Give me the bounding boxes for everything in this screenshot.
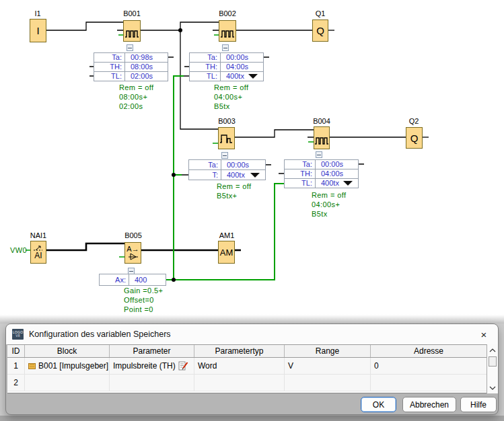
param-value[interactable]: 400tx [316, 179, 346, 188]
param-label: TH: [94, 63, 125, 71]
param-value[interactable]: 00:00s [316, 160, 358, 169]
logo-icon-text2: V8 [15, 334, 20, 338]
param-value[interactable]: 400tx [221, 170, 253, 180]
param-label: TH: [285, 169, 316, 178]
dialog-title-bar[interactable]: LOGO V8 Konfiguration des variablen Spei… [6, 324, 498, 344]
note-b002-th: 04:00s+ [214, 93, 242, 102]
param-value[interactable]: 00:00s [221, 53, 263, 62]
block-q1-symbol: Q [316, 26, 324, 36]
param-label: TL: [94, 72, 125, 81]
block-b005-analog-amplifier[interactable]: A→ [124, 242, 141, 264]
cell-id: 1 [7, 358, 25, 374]
chevron-up-icon [489, 348, 496, 352]
param-label: Ta: [189, 160, 221, 169]
note-b002-rem: Rem = off [214, 83, 248, 92]
block-q2-digital-output[interactable]: Q [406, 127, 423, 149]
note-b005-offset: Offset=0 [124, 296, 154, 305]
scroll-up-button[interactable] [487, 344, 498, 356]
block-b003-interval-relay[interactable] [218, 127, 235, 149]
cell-parameter[interactable] [110, 375, 194, 391]
param-value[interactable]: 02:00s [125, 72, 168, 81]
param-label: T: [189, 170, 221, 180]
column-header-block: Block [25, 345, 110, 357]
block-label-b002: B002 [216, 9, 239, 17]
edit-parameter-icon[interactable] [178, 361, 188, 371]
block-b002-pulse-generator[interactable] [219, 20, 236, 42]
note-b005-gain: Gain =0.5+ [124, 286, 163, 295]
cell-range[interactable] [285, 375, 371, 391]
scrollbar-thumb[interactable] [489, 356, 497, 367]
block-q1-digital-output[interactable]: Q [312, 20, 328, 42]
cell-adresse[interactable]: 0 [371, 358, 487, 374]
minus-icon [223, 48, 227, 48]
cell-block[interactable]: B001 [Impulsgeber] [25, 358, 110, 374]
block-label-b005: B005 [122, 231, 145, 239]
block-nai1-analog-input[interactable]: AI [30, 241, 46, 264]
param-box-b004[interactable]: Ta:00:00s TH:04:00s TL:400tx [284, 159, 359, 188]
close-icon[interactable]: × [476, 329, 492, 340]
vw0-source-label: VW0 [10, 246, 27, 255]
scroll-down-button[interactable] [487, 382, 498, 393]
param-label: TL: [190, 72, 221, 81]
note-b001-th: 08:00s+ [119, 93, 147, 102]
param-value[interactable]: 00:00s [221, 160, 265, 169]
collapse-button-b003[interactable] [221, 152, 228, 159]
note-b005-point: Point =0 [124, 305, 153, 314]
block-label-nai1: NAI1 [26, 231, 51, 239]
block-am1-analog-marker[interactable]: AM [218, 241, 235, 264]
table-vertical-scrollbar[interactable] [487, 344, 498, 393]
cell-parametertyp[interactable] [194, 375, 285, 391]
interval-waveform-icon [219, 132, 233, 145]
minus-icon [129, 271, 133, 272]
param-value[interactable]: 04:00s [221, 63, 263, 71]
collapse-button-b004[interactable] [316, 151, 322, 158]
param-value[interactable]: 08:00s [125, 63, 168, 71]
cancel-button[interactable]: Abbrechen [402, 397, 456, 412]
param-value[interactable]: 400tx [221, 72, 251, 81]
block-b001-pulse-generator[interactable] [123, 20, 141, 42]
timebase-dropdown-icon[interactable] [248, 74, 258, 79]
note-b004-tl: B5tx [312, 210, 328, 219]
note-b003-rem: Rem = off [217, 182, 251, 191]
timebase-dropdown-icon[interactable] [250, 173, 260, 178]
block-b005-symbol: A→ [127, 245, 139, 253]
param-box-b003[interactable]: Ta:00:00s T:400tx [188, 159, 266, 180]
cell-block-text: B001 [Impulsgeber] [38, 361, 108, 371]
param-label: TL: [285, 179, 316, 188]
pulse-waveform-icon [220, 28, 235, 39]
param-label: Ta: [190, 53, 221, 62]
param-label: Ta: [285, 160, 316, 169]
param-label: Ta: [94, 53, 125, 62]
param-box-b002[interactable]: Ta:00:00s TH:04:00s TL:400tx [189, 52, 264, 81]
cell-parameter-text: Impulsbreite (TH) [113, 361, 176, 371]
table-row[interactable]: 2 [7, 375, 487, 391]
column-header-parameter: Parameter [110, 345, 194, 357]
block-i1-symbol: I [36, 26, 39, 36]
timebase-dropdown-icon[interactable] [343, 181, 353, 186]
param-value[interactable]: 04:00s [316, 169, 358, 178]
cell-parameter[interactable]: Impulsbreite (TH) [110, 358, 194, 374]
note-b001-tl: 02:00s [119, 102, 143, 111]
block-b004-pulse-generator[interactable] [314, 126, 330, 149]
block-nai1-symbol: AI [34, 252, 42, 260]
ok-button[interactable]: OK [361, 397, 396, 412]
cell-adresse[interactable] [371, 375, 487, 391]
minus-icon [223, 155, 227, 156]
block-i1-digital-input[interactable]: I [30, 19, 46, 42]
block-label-b004: B004 [310, 117, 333, 125]
block-label-am1: AM1 [215, 231, 238, 239]
param-value[interactable]: 400 [129, 274, 166, 285]
help-button[interactable]: Hilfe [460, 397, 497, 412]
param-box-b001[interactable]: Ta:00:98s TH:08:00s TL:02:00s [94, 52, 168, 81]
collapse-button-b002[interactable] [222, 44, 229, 51]
cell-range[interactable]: V [285, 358, 371, 374]
cell-block[interactable] [25, 375, 110, 391]
pulse-waveform-icon [124, 28, 139, 39]
collapse-button-b001[interactable] [127, 44, 133, 51]
param-box-b005[interactable]: Ax:400 [99, 274, 166, 286]
table-row[interactable]: 1 B001 [Impulsgeber] Impulsbreite (TH) W… [7, 358, 487, 375]
param-value[interactable]: 00:98s [125, 53, 168, 62]
block-label-q2: Q2 [403, 117, 425, 125]
bottom-window-strip [0, 416, 504, 421]
cell-parametertyp[interactable]: Word [194, 358, 285, 374]
